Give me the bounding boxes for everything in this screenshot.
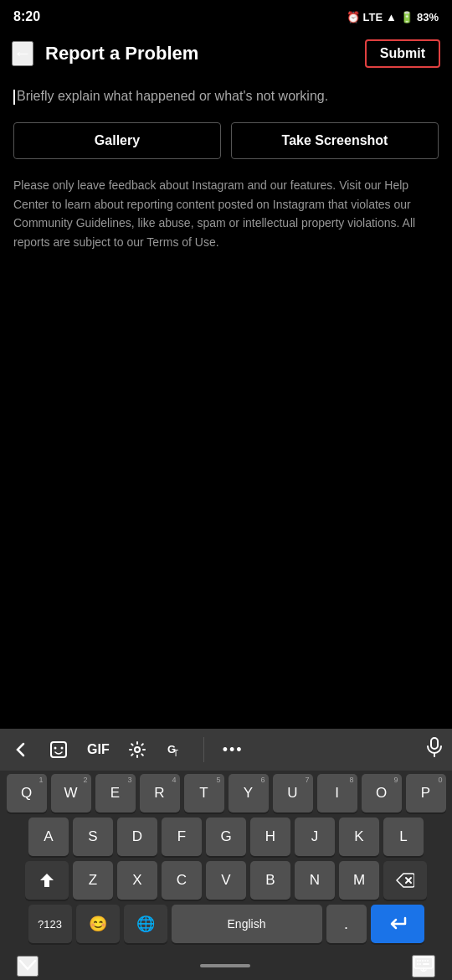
settings-button[interactable] bbox=[125, 737, 150, 762]
key-h[interactable]: H bbox=[250, 818, 290, 856]
key-n[interactable]: N bbox=[295, 861, 335, 900]
keyboard-toolbar: GIF G T ••• bbox=[0, 729, 452, 771]
key-f[interactable]: F bbox=[162, 818, 202, 856]
key-b[interactable]: B bbox=[250, 861, 290, 900]
shift-button[interactable] bbox=[25, 861, 69, 900]
key-t[interactable]: 5T bbox=[184, 774, 224, 812]
key-row-2: A S D F G H J K L bbox=[3, 818, 449, 856]
backspace-button[interactable] bbox=[383, 861, 427, 900]
key-j[interactable]: J bbox=[295, 818, 335, 856]
key-v[interactable]: V bbox=[206, 861, 246, 900]
translate-button[interactable]: G T bbox=[162, 736, 188, 763]
more-icon: ••• bbox=[223, 741, 244, 759]
key-w[interactable]: 2W bbox=[51, 774, 91, 812]
space-button[interactable]: English bbox=[172, 905, 322, 943]
key-e[interactable]: 3E bbox=[95, 774, 136, 812]
battery-percent: 83% bbox=[417, 11, 439, 23]
key-c[interactable]: C bbox=[162, 861, 202, 900]
gif-button[interactable]: GIF bbox=[84, 739, 113, 761]
key-p[interactable]: 0P bbox=[406, 774, 446, 812]
mic-button[interactable] bbox=[425, 737, 444, 762]
svg-text:T: T bbox=[173, 749, 178, 758]
status-icons: ⏰ LTE ▲ 🔋 83% bbox=[347, 11, 439, 23]
svg-rect-10 bbox=[414, 957, 433, 968]
submit-button[interactable]: Submit bbox=[365, 39, 440, 68]
key-q[interactable]: 1Q bbox=[7, 774, 47, 812]
svg-rect-6 bbox=[431, 738, 438, 749]
num-switch-button[interactable]: ?123 bbox=[28, 905, 72, 943]
keyboard-keys: 1Q 2W 3E 4R 5T 6Y 7U 8I 9O 0P A S D F G … bbox=[0, 771, 452, 950]
key-g[interactable]: G bbox=[206, 818, 246, 856]
globe-button[interactable]: 🌐 bbox=[124, 905, 167, 943]
attachment-buttons-row: Gallery Take Screenshot bbox=[13, 122, 439, 159]
gallery-button[interactable]: Gallery bbox=[13, 122, 221, 159]
svg-point-3 bbox=[135, 747, 140, 752]
more-button[interactable]: ••• bbox=[219, 738, 247, 762]
key-a[interactable]: A bbox=[28, 818, 69, 856]
key-y[interactable]: 6Y bbox=[229, 774, 269, 812]
key-u[interactable]: 7U bbox=[273, 774, 313, 812]
period-button[interactable]: . bbox=[326, 905, 367, 943]
screenshot-button[interactable]: Take Screenshot bbox=[231, 122, 439, 159]
keyboard: GIF G T ••• bbox=[0, 729, 452, 980]
keyboard-hide-button[interactable] bbox=[412, 955, 435, 977]
info-text: Please only leave feedback about Instagr… bbox=[13, 176, 439, 251]
key-row-4: ?123 😊 🌐 English . bbox=[3, 905, 449, 943]
key-row-1: 1Q 2W 3E 4R 5T 6Y 7U 8I 9O 0P bbox=[3, 774, 449, 812]
enter-button[interactable] bbox=[371, 905, 424, 943]
header: ← Report a Problem Submit bbox=[0, 30, 452, 77]
key-k[interactable]: K bbox=[339, 818, 379, 856]
battery-icon: 🔋 bbox=[400, 11, 413, 23]
toolbar-divider bbox=[203, 737, 204, 762]
key-d[interactable]: D bbox=[117, 818, 157, 856]
home-indicator bbox=[200, 964, 250, 967]
network-lte: LTE bbox=[363, 11, 383, 23]
sticker-button[interactable] bbox=[45, 736, 72, 763]
emoji-button[interactable]: 😊 bbox=[76, 905, 120, 943]
gif-label: GIF bbox=[87, 742, 110, 757]
signal-icon: ▲ bbox=[386, 11, 397, 23]
text-cursor bbox=[13, 90, 15, 105]
key-x[interactable]: X bbox=[117, 861, 157, 900]
key-r[interactable]: 4R bbox=[140, 774, 180, 812]
key-m[interactable]: M bbox=[339, 861, 379, 900]
input-placeholder[interactable]: Briefly explain what happened or what's … bbox=[13, 87, 439, 106]
back-suggestion-button[interactable] bbox=[8, 737, 33, 762]
key-l[interactable]: L bbox=[383, 818, 424, 856]
alarm-icon: ⏰ bbox=[347, 11, 360, 23]
nav-bar bbox=[0, 950, 452, 980]
key-row-3: Z X C V B N M bbox=[3, 861, 449, 900]
key-z[interactable]: Z bbox=[73, 861, 113, 900]
svg-point-2 bbox=[61, 747, 64, 750]
status-time: 8:20 bbox=[13, 9, 40, 24]
svg-rect-0 bbox=[51, 742, 66, 757]
status-bar: 8:20 ⏰ LTE ▲ 🔋 83% bbox=[0, 0, 452, 30]
key-s[interactable]: S bbox=[73, 818, 113, 856]
svg-point-1 bbox=[54, 747, 57, 750]
nav-chevron-down[interactable] bbox=[17, 956, 39, 977]
page-title: Report a Problem bbox=[45, 43, 365, 64]
key-i[interactable]: 8I bbox=[317, 774, 357, 812]
content-area: Briefly explain what happened or what's … bbox=[0, 77, 452, 251]
back-button[interactable]: ← bbox=[12, 41, 33, 66]
key-o[interactable]: 9O bbox=[362, 774, 402, 812]
